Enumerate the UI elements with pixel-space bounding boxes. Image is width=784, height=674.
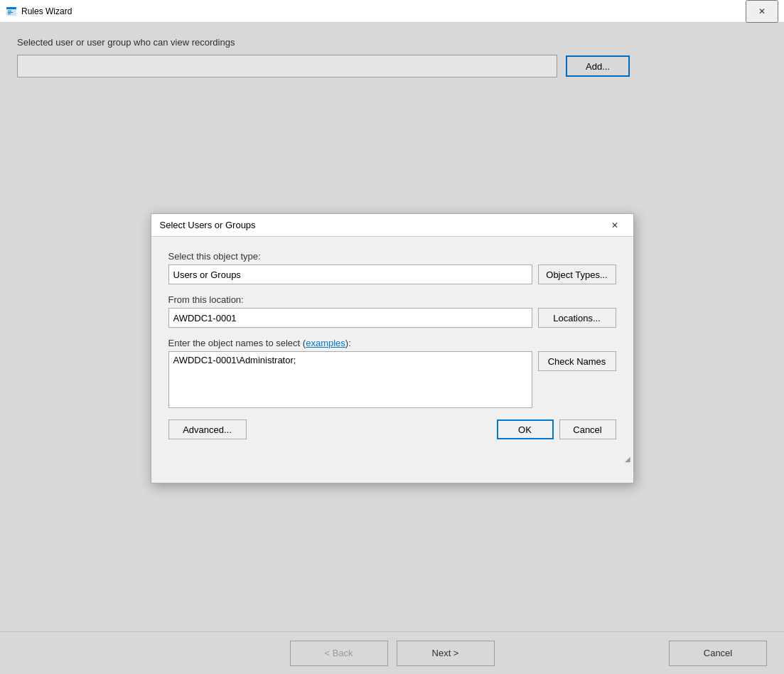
dialog-bottom-row: Advanced... OK Cancel [168, 419, 616, 439]
dialog-close-button[interactable]: ✕ [605, 215, 625, 235]
object-types-button[interactable]: Object Types... [538, 264, 616, 284]
dialog-title: Select Users or Groups [160, 220, 605, 230]
object-names-row: Enter the object names to select (exampl… [168, 338, 616, 408]
location-input-row: Locations... [168, 308, 616, 328]
main-window: Rules Wizard ✕ Selected user or user gro… [0, 0, 784, 674]
wizard-icon [6, 6, 17, 17]
advanced-button[interactable]: Advanced... [168, 419, 247, 439]
location-label: From this location: [168, 294, 616, 305]
main-content: Selected user or user group who can view… [0, 23, 784, 674]
object-type-label: Select this object type: [168, 251, 616, 262]
object-names-textarea[interactable]: AWDDC1-0001\Administrator; [168, 351, 532, 408]
object-names-colon: : [348, 338, 351, 348]
object-names-label: Enter the object names to select (exampl… [168, 338, 616, 348]
dialog-body: Select this object type: Object Types...… [151, 237, 633, 454]
window-close-button[interactable]: ✕ [746, 0, 778, 23]
svg-rect-3 [8, 12, 13, 13]
modal-overlay: Select Users or Groups ✕ Select this obj… [0, 23, 784, 674]
resize-handle: ◢ [151, 454, 633, 464]
dialog-cancel-button[interactable]: Cancel [559, 419, 616, 439]
svg-rect-4 [8, 14, 11, 14]
object-names-text: Enter the object names to select [168, 338, 301, 348]
title-bar: Rules Wizard ✕ [0, 0, 784, 23]
svg-rect-2 [8, 11, 11, 11]
object-type-input-row: Object Types... [168, 264, 616, 284]
window-title: Rules Wizard [21, 6, 746, 16]
object-names-textarea-row: AWDDC1-0001\Administrator; Check Names [168, 351, 616, 408]
dialog-ok-cancel: OK Cancel [497, 419, 616, 439]
location-row: From this location: Locations... [168, 294, 616, 328]
location-input[interactable] [168, 308, 532, 328]
object-type-input[interactable] [168, 264, 532, 284]
select-users-dialog: Select Users or Groups ✕ Select this obj… [151, 213, 634, 483]
object-type-row: Select this object type: Object Types... [168, 251, 616, 284]
examples-link[interactable]: examples [306, 338, 345, 348]
svg-rect-1 [6, 7, 16, 9]
dialog-titlebar: Select Users or Groups ✕ [151, 214, 633, 237]
locations-button[interactable]: Locations... [538, 308, 616, 328]
check-names-button[interactable]: Check Names [538, 351, 616, 371]
dialog-ok-button[interactable]: OK [497, 419, 554, 439]
